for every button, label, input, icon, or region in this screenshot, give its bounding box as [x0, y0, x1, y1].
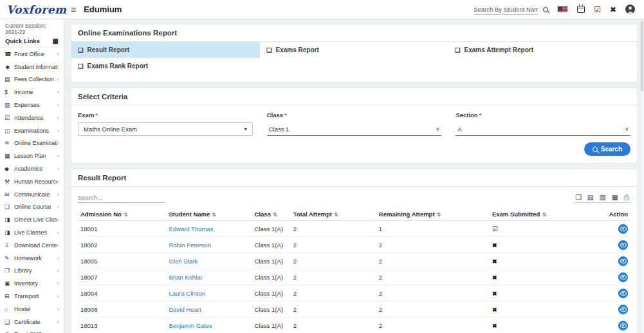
avatar-icon[interactable] [625, 5, 635, 14]
student-link[interactable]: Edward Thomas [169, 225, 213, 233]
expenses-icon: ▥ [5, 102, 14, 108]
view-eye-button[interactable] [618, 289, 628, 298]
sidebar-item-lesson-plan[interactable]: ▦Lesson Plan‹ [0, 149, 64, 162]
grid-icon[interactable]: ▦ [53, 37, 59, 44]
exam-submitted-cell: ✖ [490, 253, 598, 269]
download-icon: ⇩ [5, 242, 14, 249]
online-course-icon: ❏ [5, 204, 14, 210]
search-icon[interactable] [543, 7, 548, 12]
column-exam-submitted[interactable]: Exam Submitted⇅ [490, 208, 598, 221]
tab-label: Exams Rank Report [87, 62, 148, 70]
sidebar-item-homework[interactable]: ✎Homework‹ [0, 252, 64, 265]
excel-icon[interactable]: ▤ [587, 194, 594, 201]
body-row: Current Session: 2021-22 Quick Links ▦ ☎… [0, 19, 644, 333]
student-link[interactable]: Robin Peterson [169, 242, 210, 249]
sidebar-item-front-cms[interactable]: ⊕Front CMS‹ [0, 328, 64, 333]
column-total-attempt[interactable]: Total Attempt⇅ [291, 208, 376, 221]
sidebar-item-fees-collection[interactable]: ▤Fees Collection‹ [0, 73, 64, 86]
chevron-left-icon: ‹ [57, 178, 59, 185]
tab-exams-rank-report[interactable]: ❏Exams Rank Report [71, 58, 260, 74]
tab-result-report[interactable]: ❏Result Report [71, 42, 260, 58]
sidebar-item-front-office[interactable]: ☎Front Office‹ [0, 48, 64, 61]
sidebar-item-expenses[interactable]: ▥Expenses‹ [0, 99, 64, 111]
student-icon: ☻ [5, 64, 14, 70]
copy-icon[interactable]: ❐ [575, 194, 581, 201]
table-search-input[interactable] [78, 193, 165, 203]
exam-submitted-cell: ✖ [490, 269, 598, 285]
sidebar-item-income[interactable]: $Income‹ [0, 86, 64, 99]
tasks-icon[interactable]: ☑ [594, 6, 601, 14]
exam-select[interactable]: Maths Online Exam▾ [78, 122, 253, 136]
view-eye-button[interactable] [618, 224, 628, 234]
sidebar-item-library[interactable]: ❐Library‹ [0, 265, 64, 278]
sidebar-item-communicate[interactable]: ✉Communicate‹ [0, 188, 64, 201]
sidebar-item-online-course[interactable]: ❏Online Course‹ [0, 201, 64, 214]
column-remaining-attempt[interactable]: Remaining Attempt⇅ [376, 208, 490, 221]
scrollbar-track[interactable] [640, 19, 644, 333]
sidebar-item-download-center[interactable]: ⇩Download Center‹ [0, 239, 64, 252]
header-actions: ☑ ✖︎ [474, 5, 644, 15]
admission-no-cell: 18004 [78, 285, 166, 301]
view-eye-button[interactable] [618, 256, 628, 266]
view-eye-button[interactable] [618, 305, 628, 314]
column-label: Action [609, 211, 628, 218]
class-select[interactable]: Class 1∨ [267, 122, 442, 136]
student-link[interactable]: Benjamin Gates [169, 322, 212, 329]
total-attempt-cell: 2 [291, 301, 376, 318]
sidebar-item-online-examinations[interactable]: ≋Online Examinations‹ [0, 137, 64, 150]
print-icon[interactable]: ⎙ [624, 194, 629, 201]
sidebar-item-academics[interactable]: ◆Academics‹ [0, 162, 64, 175]
csv-icon[interactable]: ▥ [600, 194, 606, 201]
column-label: Remaining Attempt [379, 211, 435, 218]
sidebar-item-transport[interactable]: ⊟Transport‹ [0, 290, 64, 303]
view-eye-button[interactable] [618, 272, 628, 282]
chevron-left-icon: ‹ [57, 216, 59, 223]
sidebar-item-human-resource[interactable]: ⚒Human Resource‹ [0, 175, 64, 188]
sidebar-item-hostel[interactable]: ⌂Hostel‹ [0, 303, 64, 316]
field-label: Exam* [78, 111, 253, 119]
selected-value: Class 1 [269, 126, 290, 133]
sidebar-item-student-information[interactable]: ☻Student Information‹ [0, 61, 64, 73]
hamburger-icon[interactable]: ≡ [71, 5, 76, 14]
view-eye-button[interactable] [618, 240, 628, 250]
export-buttons: ❐▤▥▦⎙ [574, 194, 630, 204]
section-select[interactable]: A∨ [455, 122, 630, 136]
file-icon: ❏ [78, 46, 84, 53]
transport-icon: ⊟ [5, 293, 14, 300]
scrollbar-thumb[interactable] [641, 21, 643, 91]
column-student-name[interactable]: Student Name⇅ [166, 208, 252, 221]
student-link[interactable]: David Heart [169, 306, 201, 313]
student-link[interactable]: Laura Clinton [169, 290, 205, 297]
us-flag-icon[interactable] [557, 6, 568, 13]
sidebar-item-inventory[interactable]: ▣Inventory‹ [0, 277, 64, 290]
chevron-left-icon: ‹ [57, 191, 59, 198]
calendar-icon[interactable] [577, 6, 585, 13]
student-link[interactable]: Brian Kohlar [169, 274, 202, 281]
table-row: 18005Glen StarkClass 1(A)22✖ [78, 253, 630, 269]
admission-no-cell: 18001 [78, 221, 166, 237]
sidebar-item-gmeet-live-classes[interactable]: ◨Gmeet Live Classes‹ [0, 213, 64, 226]
logo-area[interactable]: Voxforem [0, 3, 64, 16]
pdf-icon[interactable]: ▦ [612, 194, 618, 201]
sidebar-item-live-classes[interactable]: ◨Live Classes‹ [0, 226, 64, 239]
report-tabs-card: Online Examinations Report ❏Result Repor… [71, 24, 638, 82]
student-name-cell: Edward Thomas [166, 221, 252, 237]
file-icon: ❏ [78, 62, 84, 70]
remaining-attempt-cell: 2 [376, 318, 490, 333]
admission-no-cell: 18013 [78, 318, 166, 333]
tab-label: Exams Report [276, 46, 319, 53]
sidebar-item-certificate[interactable]: ❑Certificate‹ [0, 316, 64, 328]
column-action: Action [597, 208, 630, 221]
tab-exams-report[interactable]: ❏Exams Report [260, 42, 448, 58]
sidebar-item-examinations[interactable]: ◫Examinations‹ [0, 124, 64, 137]
tab-exams-attempt-report[interactable]: ❏Exams Attempt Report [448, 42, 637, 58]
student-link[interactable]: Glen Stark [169, 258, 198, 265]
view-eye-button[interactable] [618, 321, 628, 330]
sidebar-item-attendance[interactable]: ☑Attendance‹ [0, 111, 64, 124]
whatsapp-icon[interactable]: ✖︎ [610, 6, 616, 14]
column-class[interactable]: Class⇅ [252, 208, 291, 221]
search-button[interactable]: Search [584, 142, 630, 156]
sidebar-item-label: Certificate [14, 319, 57, 325]
column-admission-no[interactable]: Admission No⇅ [78, 208, 166, 221]
student-search-input[interactable] [474, 5, 538, 15]
